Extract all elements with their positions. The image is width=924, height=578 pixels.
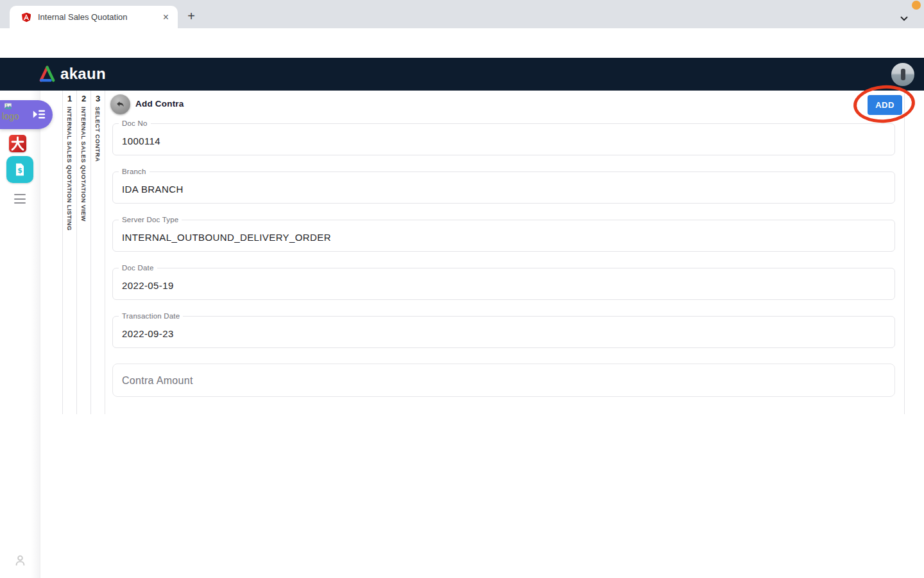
contra-amount-placeholder: Contra Amount xyxy=(122,375,193,387)
user-avatar[interactable] xyxy=(891,63,914,86)
sidebar-list-icon[interactable] xyxy=(14,194,26,204)
menu-open-icon[interactable] xyxy=(32,108,46,121)
field-value: 2022-09-23 xyxy=(122,328,174,339)
angular-favicon-icon xyxy=(21,12,31,22)
step-tab-listing[interactable]: 1 INTERNAL SALES QUOTATION LISTING xyxy=(62,91,76,414)
svg-text:$: $ xyxy=(17,166,22,175)
tab-close-icon[interactable]: × xyxy=(163,12,169,22)
doc-no-field[interactable]: Doc No 1000114 xyxy=(112,123,895,155)
sidebar-app-icon-billing[interactable]: $ xyxy=(6,156,33,183)
sidebar-logo-toggle[interactable]: logo xyxy=(0,100,53,129)
branch-field[interactable]: Branch IDA BRANCH xyxy=(112,171,895,204)
contra-amount-field[interactable]: Contra Amount xyxy=(112,363,895,397)
page-title: Add Contra xyxy=(135,99,184,109)
step-tab-view[interactable]: 2 INTERNAL SALES QUOTATION VIEW xyxy=(76,91,90,414)
browser-toolbar: akaun.cloud/#/applet/tnt/wavelet/erp/int… xyxy=(0,28,924,58)
field-label: Branch xyxy=(119,168,150,175)
app-header: akaun xyxy=(0,58,924,91)
browser-tab[interactable]: Internal Sales Quotation × xyxy=(10,6,178,28)
back-arrow-icon xyxy=(115,99,126,110)
field-value: INTERNAL_OUTBOUND_DELIVERY_ORDER xyxy=(122,232,331,243)
tab-title: Internal Sales Quotation xyxy=(38,12,163,22)
browser-tab-strip: Internal Sales Quotation × + xyxy=(0,0,924,28)
step-label: INTERNAL SALES QUOTATION LISTING xyxy=(66,107,73,231)
field-label: Server Doc Type xyxy=(119,216,182,223)
step-tab-select-contra[interactable]: 3 SELECT CONTRA xyxy=(90,91,105,414)
field-label: Transaction Date xyxy=(119,312,183,320)
field-label: Doc No xyxy=(119,119,151,127)
transaction-date-field[interactable]: Transaction Date 2022-09-23 xyxy=(112,316,895,348)
tab-search-chevron-icon[interactable] xyxy=(898,13,910,24)
sidebar-app-icon-da[interactable] xyxy=(9,135,26,152)
akaun-brand: akaun xyxy=(38,65,106,83)
field-label: Doc Date xyxy=(119,264,157,272)
new-tab-button[interactable]: + xyxy=(184,9,199,24)
step-number: 2 xyxy=(81,94,86,103)
sidebar-person-icon[interactable] xyxy=(14,554,26,566)
browser-window: Internal Sales Quotation × + akaun.cloud… xyxy=(0,0,924,578)
doc-date-field[interactable]: Doc Date 2022-05-19 xyxy=(112,268,895,300)
panel-divider xyxy=(105,91,105,414)
step-number: 3 xyxy=(96,94,100,103)
brand-name: akaun xyxy=(60,65,106,83)
chinese-character-icon xyxy=(9,135,26,152)
field-value: 2022-05-19 xyxy=(122,280,174,291)
broken-image-icon xyxy=(4,102,12,110)
recording-indicator-dot xyxy=(912,1,921,10)
field-value: IDA BRANCH xyxy=(122,184,184,195)
server-doc-type-field[interactable]: Server Doc Type INTERNAL_OUTBOUND_DELIVE… xyxy=(112,220,895,252)
document-dollar-icon: $ xyxy=(12,162,28,177)
add-button[interactable]: ADD xyxy=(868,95,902,115)
step-number: 1 xyxy=(67,94,72,103)
field-value: 1000114 xyxy=(122,136,160,146)
akaun-triangle-icon xyxy=(38,66,56,83)
panel-right-border xyxy=(904,91,905,414)
back-circle-button[interactable] xyxy=(110,94,130,114)
step-label: SELECT CONTRA xyxy=(94,107,101,162)
step-label: INTERNAL SALES QUOTATION VIEW xyxy=(80,107,87,222)
logo-alt-text: logo xyxy=(2,111,19,121)
